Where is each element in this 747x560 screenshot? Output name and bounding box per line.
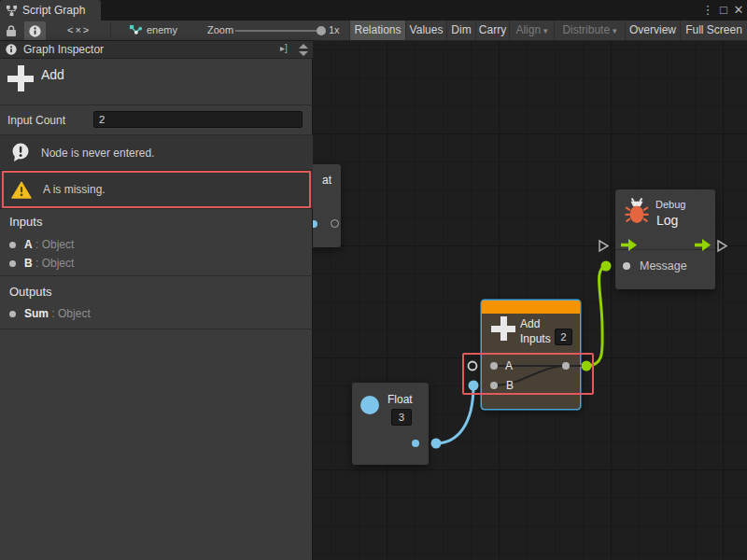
clipped-node[interactable]: at [313, 164, 341, 247]
input-count-label: Input Count [7, 114, 65, 127]
float-node-title: Float [388, 393, 413, 406]
fullscreen-button[interactable]: Full Screen [680, 21, 747, 40]
carry-button[interactable]: Carry [475, 21, 509, 40]
unity-script-graph-window: Script Graph ⋮ □ ✕ <×> enemy Zoom 1x Rel… [0, 0, 747, 560]
clipped-node-title: at [322, 174, 331, 187]
graph-canvas[interactable]: at Float 3 Debug Log [313, 41, 747, 560]
input-port-a: A : Object [0, 235, 313, 254]
info-message-text: Node is never entered. [41, 147, 154, 160]
debug-log-node[interactable]: Debug Log Message [615, 189, 715, 289]
inspector-title: Graph Inspector [23, 43, 104, 56]
script-graph-icon [6, 5, 18, 17]
port-dot-icon [9, 260, 16, 267]
distribute-dropdown[interactable]: Distribute▾ [554, 21, 625, 40]
flow-in-icon[interactable] [598, 239, 610, 257]
relations-button[interactable]: Relations [349, 21, 405, 40]
overview-button[interactable]: Overview [625, 21, 680, 40]
debug-node-title: Log [656, 213, 678, 228]
error-highlight-rect [462, 353, 594, 395]
plus-icon [7, 65, 34, 91]
zoom-slider[interactable] [235, 30, 320, 32]
message-port-label: Message [640, 259, 687, 273]
comment-icon [11, 143, 30, 162]
flow-arrow-icon[interactable] [695, 238, 711, 255]
maximize-icon[interactable]: □ [716, 1, 731, 20]
zoom-label: Zoom [207, 21, 233, 40]
port-circle-icon[interactable] [331, 219, 339, 228]
add-count-field[interactable]: 2 [555, 329, 572, 345]
plus-icon [491, 316, 515, 341]
tab-strip: Script Graph ⋮ □ ✕ [0, 0, 747, 21]
scrub-up-icon[interactable] [299, 44, 308, 49]
port-dot-icon [9, 242, 16, 248]
menu-icon[interactable]: ⋮ [700, 1, 715, 20]
zoom-slider-thumb[interactable] [317, 26, 326, 35]
toolbar-divider [110, 23, 111, 38]
dock-icon[interactable]: ▸] [280, 43, 288, 53]
graph-name-label[interactable]: enemy [147, 21, 177, 40]
flow-out-icon[interactable] [716, 239, 728, 257]
port-dot-icon[interactable] [313, 220, 317, 228]
scrub-down-icon[interactable] [299, 51, 308, 56]
input-count-field[interactable] [93, 111, 303, 128]
chevron-down-icon: ▾ [543, 26, 548, 35]
input-port-b: B : Object [0, 254, 313, 273]
bug-icon [625, 197, 649, 229]
float-value-field[interactable]: 3 [391, 409, 412, 426]
warning-message: A is missing. [0, 171, 313, 209]
chevron-down-icon: ▾ [613, 26, 617, 35]
debug-node-category: Debug [655, 199, 685, 210]
inspected-node-title: Add [41, 67, 64, 82]
tab-script-graph[interactable]: Script Graph [0, 0, 101, 21]
wire-end-dot [601, 261, 612, 272]
flow-arrow-icon[interactable] [621, 238, 637, 255]
output-port-sum: Sum : Object [0, 304, 313, 323]
graph-inspector-panel: Graph Inspector ▸] Add Input Count Node … [0, 41, 313, 560]
wire-end-dot [431, 439, 442, 449]
dim-button[interactable]: Dim [446, 21, 475, 40]
message-port-dot[interactable] [623, 262, 630, 270]
float-node[interactable]: Float 3 [352, 383, 429, 465]
graph-toolbar: <×> enemy Zoom 1x Relations Values Dim C… [0, 21, 747, 41]
info-icon [6, 44, 17, 55]
info-icon [29, 25, 41, 37]
info-message: Node is never entered. [0, 135, 313, 171]
add-node-title-line1: Add [520, 317, 540, 330]
inspector-header: Graph Inspector ▸] [0, 41, 313, 59]
values-button[interactable]: Values [405, 21, 446, 40]
add-node-title-line2: Inputs [520, 332, 551, 345]
add-node-header [482, 301, 580, 314]
port-dot-icon [9, 311, 16, 317]
align-dropdown[interactable]: Align▾ [509, 21, 554, 40]
tab-label: Script Graph [22, 4, 85, 17]
float-icon [360, 396, 379, 414]
close-icon[interactable]: ✕ [731, 1, 746, 20]
zoom-value: 1x [329, 21, 340, 40]
warning-error-outline [2, 171, 311, 208]
outputs-header: Outputs [9, 285, 52, 299]
inputs-header: Inputs [9, 215, 42, 229]
code-icon[interactable]: <×> [67, 21, 91, 40]
green-wire [586, 266, 606, 366]
info-button[interactable] [24, 21, 46, 40]
